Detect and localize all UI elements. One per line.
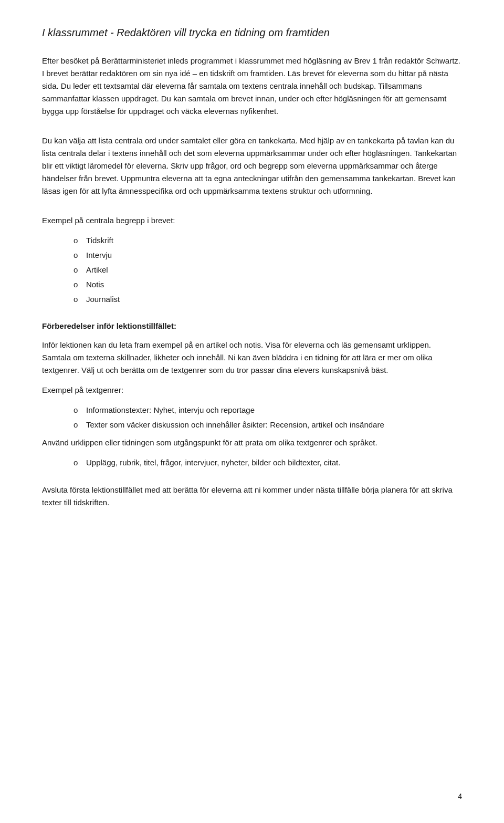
paragraph-7: Använd urklippen eller tidningen som utg… — [42, 436, 462, 449]
section-heading-preparations: Förberedelser inför lektionstillfället: — [42, 320, 462, 332]
list-item: Intervju — [74, 249, 462, 262]
list-item: Upplägg, rubrik, titel, frågor, intervju… — [74, 456, 462, 469]
list-item: Tidskrift — [74, 234, 462, 247]
paragraph-1: Efter besöket på Berättarministeriet inl… — [42, 55, 462, 118]
list-item: Artikel — [74, 264, 462, 276]
textgenres-list: Informationstexter: Nyhet, intervju och … — [74, 404, 462, 431]
paragraph-8: Avsluta första lektionstillfället med at… — [42, 484, 462, 509]
list-item: Informationstexter: Nyhet, intervju och … — [74, 404, 462, 416]
concepts-list: Tidskrift Intervju Artikel Notis Journal… — [74, 234, 462, 306]
page-number: 4 — [458, 791, 462, 802]
layout-list: Upplägg, rubrik, titel, frågor, intervju… — [74, 456, 462, 469]
list-item: Journalist — [74, 293, 462, 306]
page-title: I klassrummet - Redaktören vill trycka e… — [42, 25, 462, 40]
list-item: Notis — [74, 278, 462, 291]
paragraph-3: Exempel på centrala begrepp i brevet: — [42, 214, 462, 227]
paragraph-2: Du kan välja att lista centrala ord unde… — [42, 134, 462, 197]
list-item: Texter som väcker diskussion och innehål… — [74, 419, 462, 431]
paragraph-5: Inför lektionen kan du leta fram exempel… — [42, 339, 462, 377]
paragraph-6: Exempel på textgenrer: — [42, 384, 462, 397]
page: I klassrummet - Redaktören vill trycka e… — [0, 0, 504, 823]
